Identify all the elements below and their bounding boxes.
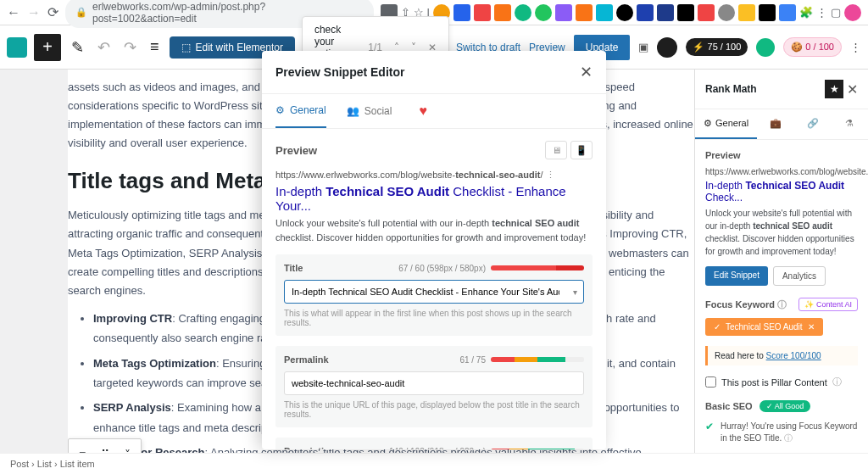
sidebar-serp-desc: Unlock your website's full potential wit…: [705, 207, 858, 258]
pillar-checkbox[interactable]: [705, 376, 716, 388]
all-good-badge: ✓ All Good: [760, 400, 811, 412]
back-icon[interactable]: ←: [7, 5, 20, 20]
analytics-button[interactable]: Analytics: [773, 266, 826, 286]
reload-icon[interactable]: ⟳: [47, 4, 58, 20]
ext-icon[interactable]: [576, 4, 593, 21]
chevron-down-icon[interactable]: ▾: [573, 287, 577, 297]
read-here-tip: Read here to Score 100/100: [705, 346, 858, 365]
desc-progress: [491, 449, 584, 449]
left-rail: [0, 70, 34, 474]
preview-snippet-modal: Preview Snippet Editor ✕ ⚙General 👥Socia…: [262, 51, 606, 449]
ext-icon[interactable]: [759, 4, 776, 21]
outline-icon[interactable]: ≡: [147, 35, 163, 59]
ext-icon[interactable]: [616, 4, 633, 21]
credits-badge[interactable]: 🍪 0 / 100: [783, 37, 842, 57]
keyword-pill[interactable]: ✓ Technical SEO Audit ✕: [705, 318, 823, 336]
tab-social[interactable]: 👥Social: [347, 95, 392, 127]
title-input[interactable]: [284, 280, 584, 304]
ext-icon[interactable]: [677, 4, 694, 21]
title-count: 67 / 60 (598px / 580px): [398, 264, 486, 273]
sidebar-title: Rank Math: [705, 83, 757, 95]
sidebar-serp-title: In-depth Technical SEO Audit Check...: [705, 180, 858, 204]
star-button[interactable]: ★: [825, 80, 843, 98]
site-logo[interactable]: [7, 37, 27, 58]
ext-icon[interactable]: [738, 4, 755, 21]
ext-icon[interactable]: [596, 4, 613, 21]
permalink-input[interactable]: [284, 371, 584, 395]
desc-count: 149 / 160 (918px / 920px): [389, 447, 486, 450]
desktop-icon[interactable]: 🖥: [545, 141, 567, 159]
heart-icon[interactable]: ♥: [419, 103, 427, 119]
tab-advanced[interactable]: 💼: [757, 109, 794, 139]
ext-icon[interactable]: [718, 4, 735, 21]
rankmath-icon[interactable]: [657, 37, 677, 58]
forward-icon[interactable]: →: [27, 5, 41, 20]
serp-title: In-depth Technical SEO Audit Checklist -…: [275, 184, 593, 213]
permalink-field-label: Permalink: [284, 354, 329, 365]
edit-icon[interactable]: ✎: [68, 35, 87, 60]
ext-icon[interactable]: [779, 4, 796, 21]
close-icon[interactable]: ✕: [580, 63, 593, 81]
title-progress: [491, 265, 584, 270]
ext-icon[interactable]: [698, 4, 715, 21]
options-icon[interactable]: ⋮: [850, 41, 861, 53]
add-block-button[interactable]: +: [34, 34, 61, 61]
puzzle-icon[interactable]: 🧩: [799, 6, 813, 19]
basic-seo-label: Basic SEO: [705, 401, 753, 411]
rankmath-sidebar: Rank Math ★ ✕ ⚙General 💼 🔗 ⚗ Preview htt…: [694, 70, 868, 474]
social-icon: 👥: [347, 105, 359, 117]
tab-filter[interactable]: ⚗: [831, 109, 868, 139]
green-icon[interactable]: [756, 38, 775, 57]
mobile-icon[interactable]: 📱: [570, 141, 593, 159]
edit-snippet-button[interactable]: Edit Snippet: [705, 266, 768, 286]
modal-title: Preview Snippet Editor: [275, 65, 404, 79]
ext-icon[interactable]: [515, 4, 531, 21]
gear-icon: ⚙: [275, 104, 285, 116]
permalink-count: 61 / 75: [459, 355, 486, 365]
serp-desc: Unlock your website's full potential wit…: [275, 216, 593, 244]
ext-icon[interactable]: [494, 4, 511, 21]
sidebar-toggle-icon[interactable]: ▣: [638, 41, 648, 53]
ext-icon[interactable]: [555, 4, 572, 21]
tab-general[interactable]: ⚙General: [695, 109, 757, 139]
ext-icon[interactable]: [637, 4, 654, 21]
undo-icon[interactable]: ↶: [94, 35, 114, 60]
check-icon: ✔: [705, 421, 714, 432]
pillar-label: This post is Pillar Content: [721, 377, 827, 388]
permalink-hint: This is the unique URL of this page, dis…: [284, 400, 584, 419]
sidebar-serp-url: https://www.erlwebworks.com/blog/website…: [705, 167, 858, 176]
close-icon[interactable]: ✕: [847, 81, 858, 98]
focus-keyword-label: Focus Keyword ⓘ: [705, 298, 787, 311]
ext-icon[interactable]: [453, 4, 470, 21]
check-item: ✔Hurray! You're using Focus Keyword in t…: [705, 421, 858, 444]
breadcrumb: Post › List › List item: [0, 453, 868, 474]
title-hint: This is what will appear in the first li…: [284, 309, 584, 327]
ext-icon[interactable]: [657, 4, 674, 21]
score-badge[interactable]: ⚡ 75 / 100: [686, 38, 748, 56]
profile-icon[interactable]: [844, 4, 861, 21]
permalink-progress: [491, 357, 584, 362]
window-icon[interactable]: ▢: [831, 6, 841, 19]
serp-url: https://www.erlwebworks.com/blog/website…: [275, 170, 593, 181]
tab-schema[interactable]: 🔗: [794, 109, 832, 139]
lock-icon: 🔒: [75, 7, 87, 18]
menu-icon[interactable]: ⋮: [816, 6, 827, 19]
extension-icons: ⇧ ☆ | 🧩 ⋮ ▢: [381, 4, 861, 21]
ext-icon[interactable]: [535, 4, 552, 21]
tab-general[interactable]: ⚙General: [275, 94, 326, 128]
elementor-icon: ⬚: [181, 42, 191, 53]
title-field-label: Title: [284, 263, 303, 273]
preview-label: Preview: [705, 150, 858, 160]
desc-field-label: Description: [284, 446, 336, 449]
content-ai-button[interactable]: ✨ Content AI: [798, 298, 858, 311]
score-link[interactable]: Score 100/100: [766, 351, 821, 360]
preview-label: Preview: [275, 144, 317, 157]
ext-icon[interactable]: [474, 4, 491, 21]
redo-icon[interactable]: ↷: [120, 35, 140, 60]
